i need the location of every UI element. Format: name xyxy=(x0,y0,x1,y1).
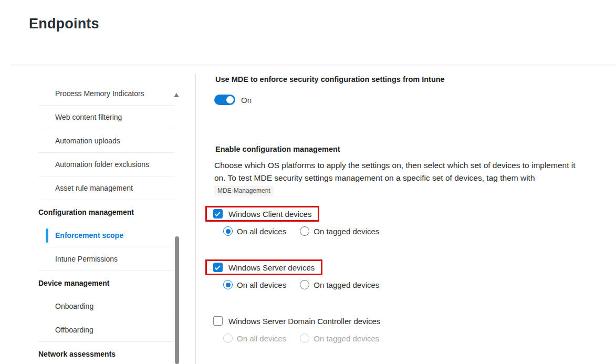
radio-option-on-all-devices: On all devices xyxy=(223,334,286,343)
radio-label: On tagged devices xyxy=(314,227,379,236)
radio-unselected-icon xyxy=(300,226,309,236)
mde-management-tag: MDE-Management xyxy=(214,186,274,196)
checkbox-label: Windows Server Domain Controller devices xyxy=(228,317,380,326)
page-title: Endpoints xyxy=(29,16,99,32)
selected-indicator-bar xyxy=(46,228,48,243)
top-divider xyxy=(12,65,616,65)
sidebar-item-offboarding[interactable]: Offboarding xyxy=(38,318,174,342)
annotation-red-box: Windows Client devices xyxy=(205,206,319,222)
sidebar-item-label: Automation folder exclusions xyxy=(55,160,149,169)
sidebar-item-automation-folder-exclusions[interactable]: Automation folder exclusions xyxy=(38,153,174,176)
radio-option-on-tagged-devices[interactable]: On tagged devices xyxy=(300,226,379,236)
sidebar-section-network-assessments: Network assessments xyxy=(29,342,174,364)
radio-label: On all devices xyxy=(237,280,286,289)
toggle-state-label: On xyxy=(241,96,252,105)
sidebar-item-process-memory-indicators[interactable]: Process Memory Indicators xyxy=(38,82,174,106)
sidebar-section-device-management: Device management xyxy=(29,271,174,295)
checkbox-label: Windows Server devices xyxy=(228,263,315,272)
sidebar-item-onboarding[interactable]: Onboarding xyxy=(38,295,174,318)
platform-group-windows-server: Windows Server devices On all devices On… xyxy=(205,259,379,289)
sidebar-item-intune-permissions[interactable]: Intune Permissions xyxy=(38,247,174,271)
mde-toggle[interactable] xyxy=(214,95,235,105)
sidebar-item-label: Process Memory Indicators xyxy=(55,89,144,98)
sidebar-item-label: Asset rule management xyxy=(55,184,133,192)
sidebar-content-divider xyxy=(195,74,196,364)
radio-selected-icon xyxy=(223,226,233,236)
sidebar-item-label: Intune Permissions xyxy=(55,255,118,263)
mde-toggle-row: On xyxy=(214,95,252,105)
radio-label: On all devices xyxy=(237,334,286,343)
description-text: Choose which OS platforms to apply the s… xyxy=(214,161,576,182)
sidebar-scrollbar-thumb[interactable] xyxy=(175,236,179,364)
config-management-heading: Enable configuration management xyxy=(215,145,340,153)
device-scope-options-disabled: On all devices On tagged devices xyxy=(223,334,388,343)
radio-label: On all devices xyxy=(237,227,286,236)
domain-controller-checkbox[interactable] xyxy=(213,316,223,326)
sidebar-item-label: Enforcement scope xyxy=(55,231,123,240)
sidebar-section-configuration-management: Configuration management xyxy=(29,200,174,224)
sidebar-section-label: Configuration management xyxy=(38,208,134,216)
checkmark-icon xyxy=(215,211,221,216)
radio-disabled-icon xyxy=(300,334,309,343)
sidebar-item-automation-uploads[interactable]: Automation uploads xyxy=(38,129,174,153)
config-management-description: Choose which OS platforms to apply the s… xyxy=(214,159,584,197)
settings-sidebar: Process Memory Indicators Web content fi… xyxy=(29,82,174,364)
device-scope-options: On all devices On tagged devices xyxy=(223,226,379,236)
radio-unselected-icon xyxy=(300,280,309,289)
annotation-red-box: Windows Server devices xyxy=(205,259,322,275)
sidebar-section-label: Device management xyxy=(38,279,109,287)
mde-enforce-heading: Use MDE to enforce security configuratio… xyxy=(215,75,445,84)
sidebar-item-label: Onboarding xyxy=(55,302,93,310)
radio-option-on-all-devices[interactable]: On all devices xyxy=(223,226,286,236)
sidebar-item-asset-rule-management[interactable]: Asset rule management xyxy=(38,176,174,200)
radio-option-on-tagged-devices: On tagged devices xyxy=(300,334,379,343)
toggle-knob-icon xyxy=(226,96,234,103)
checkbox-label: Windows Client devices xyxy=(228,210,311,219)
sidebar-item-label: Offboarding xyxy=(55,326,93,334)
windows-client-checkbox[interactable] xyxy=(213,209,223,219)
sidebar-item-web-content-filtering[interactable]: Web content filtering xyxy=(38,106,174,129)
sidebar-item-enforcement-scope[interactable]: Enforcement scope xyxy=(38,224,174,247)
device-scope-options: On all devices On tagged devices xyxy=(223,280,379,289)
radio-disabled-icon xyxy=(223,334,233,343)
checkbox-row: Windows Server Domain Controller devices xyxy=(205,313,388,329)
radio-label: On tagged devices xyxy=(314,334,379,343)
platform-group-windows-client: Windows Client devices On all devices On… xyxy=(205,206,379,236)
sidebar-item-label: Web content filtering xyxy=(55,113,122,121)
windows-server-checkbox[interactable] xyxy=(213,263,223,272)
platform-group-domain-controller: Windows Server Domain Controller devices… xyxy=(205,313,388,343)
checkmark-icon xyxy=(215,264,221,270)
radio-label: On tagged devices xyxy=(314,280,379,289)
scroll-up-icon[interactable] xyxy=(174,93,179,97)
sidebar-section-label: Network assessments xyxy=(38,350,116,358)
radio-selected-icon xyxy=(223,280,233,289)
radio-option-on-all-devices[interactable]: On all devices xyxy=(223,280,286,289)
sidebar-item-label: Automation uploads xyxy=(55,137,120,145)
radio-option-on-tagged-devices[interactable]: On tagged devices xyxy=(300,280,379,289)
